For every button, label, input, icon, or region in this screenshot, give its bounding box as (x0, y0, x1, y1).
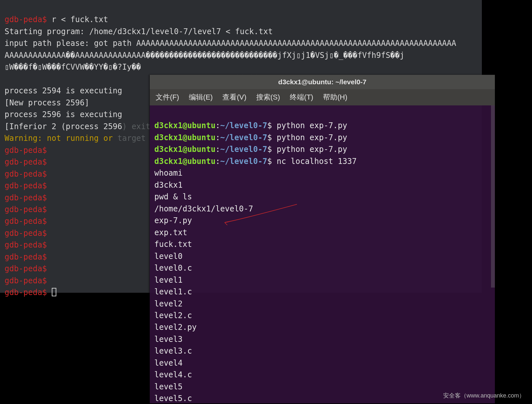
menu-edit[interactable]: 编辑(E) (189, 92, 213, 102)
gdb-prompt: gdb-peda$ (5, 252, 47, 262)
shell-command: python exp-7.py (277, 145, 347, 154)
gdb-prompt: gdb-peda$ (5, 15, 47, 24)
menu-view[interactable]: 查看(V) (222, 92, 246, 102)
gdb-prompt: gdb-peda$ (5, 240, 47, 249)
prompt-path: ~/level0-7 (220, 121, 267, 130)
shell-output-line: level3.c (154, 346, 192, 356)
shell-command: python exp-7.py (277, 121, 347, 130)
prompt-path: ~/level0-7 (220, 145, 267, 154)
gdb-prompt: gdb-peda$ (5, 181, 47, 190)
gdb-prompt: gdb-peda$ (5, 276, 47, 285)
cursor-icon (52, 288, 56, 296)
shell-output-line: level4.c (154, 370, 192, 379)
prompt-user: d3ckx1@ubuntu (154, 121, 216, 130)
shell-output-line: pwd & ls (154, 192, 192, 201)
watermark-text: 安全客（www.anquanke.com） (443, 392, 525, 399)
shell-output-line: /home/d3ckx1/level0-7 (154, 204, 253, 213)
shell-output-line: level0 (154, 252, 183, 261)
gdb-prompt: gdb-peda$ (5, 146, 47, 155)
gdb-prompt: gdb-peda$ (5, 264, 47, 273)
gdb-output-line: AAAAAAAAAAAAA��AAAAAAAAAAAAAAA����������… (5, 51, 404, 60)
gdb-output-line: Starting program: /home/d3ckx1/level0-7/… (5, 27, 273, 36)
gdb-command: r < fuck.txt (52, 15, 108, 24)
shell-output-line: level2.c (154, 311, 192, 320)
menu-bar: 文件(F) 编辑(E) 查看(V) 搜索(S) 终端(T) 帮助(H) (150, 89, 495, 105)
shell-output-line: exp-7.py (154, 216, 192, 225)
gdb-prompt: gdb-peda$ (5, 205, 47, 214)
shell-output-line: level2.py (154, 323, 197, 332)
menu-help[interactable]: 帮助(H) (323, 92, 347, 102)
shell-output-line: level5 (154, 382, 183, 391)
gdb-prompt: gdb-peda$ (5, 157, 47, 167)
shell-output-line: level0.c (154, 263, 192, 273)
shell-command: nc localhost 1337 (277, 157, 357, 166)
menu-file[interactable]: 文件(F) (156, 92, 179, 102)
shell-command: python exp-7.py (277, 133, 347, 142)
prompt-path: ~/level0-7 (220, 133, 267, 142)
gdb-prompt: gdb-peda$ (5, 193, 47, 202)
shell-output-line: whoami (154, 168, 183, 178)
terminal-body[interactable]: d3ckx1@ubuntu:~/level0-7$ python exp-7.p… (150, 105, 495, 404)
shell-output-line: level3 (154, 335, 183, 344)
gdb-prompt: gdb-peda$ (5, 217, 47, 226)
gdb-prompt: gdb-peda$ (5, 288, 47, 297)
shell-output-line: level1.c (154, 287, 192, 296)
shell-output-line: exp.txt (154, 228, 187, 237)
shell-output-line: level2 (154, 299, 183, 308)
prompt-user: d3ckx1@ubuntu (154, 133, 216, 142)
gdb-output-line: process 2594 is executing (5, 86, 122, 95)
prompt-user: d3ckx1@ubuntu (154, 157, 216, 166)
gdb-output-line: process 2596 is executing (5, 110, 122, 119)
shell-output-line: level4 (154, 358, 183, 368)
shell-output-line: fuck.txt (154, 240, 192, 249)
gdb-output-line: [New process 2596] (5, 98, 89, 107)
prompt-user: d3ckx1@ubuntu (154, 145, 216, 154)
scrollbar[interactable] (491, 105, 495, 288)
gdb-output-line: input path please: got path AAAAAAAAAAAA… (5, 39, 456, 48)
ubuntu-terminal-window[interactable]: d3ckx1@ubuntu: ~/level0-7 文件(F) 编辑(E) 查看… (150, 75, 495, 403)
gdb-prompt: gdb-peda$ (5, 229, 47, 238)
menu-terminal[interactable]: 终端(T) (290, 92, 313, 102)
window-title: d3ckx1@ubuntu: ~/level0-7 (150, 75, 495, 89)
shell-output-line: level1 (154, 276, 183, 285)
menu-search[interactable]: 搜索(S) (256, 92, 280, 102)
shell-output-line: d3ckx1 (154, 181, 183, 190)
shell-output-line: level5.c (154, 394, 192, 403)
gdb-prompt: gdb-peda$ (5, 169, 47, 179)
prompt-path: ~/level0-7 (220, 157, 267, 166)
gdb-output-line: ▯W���f�▯W���fCVVW��YY�▯�?Iy�� (5, 62, 141, 72)
